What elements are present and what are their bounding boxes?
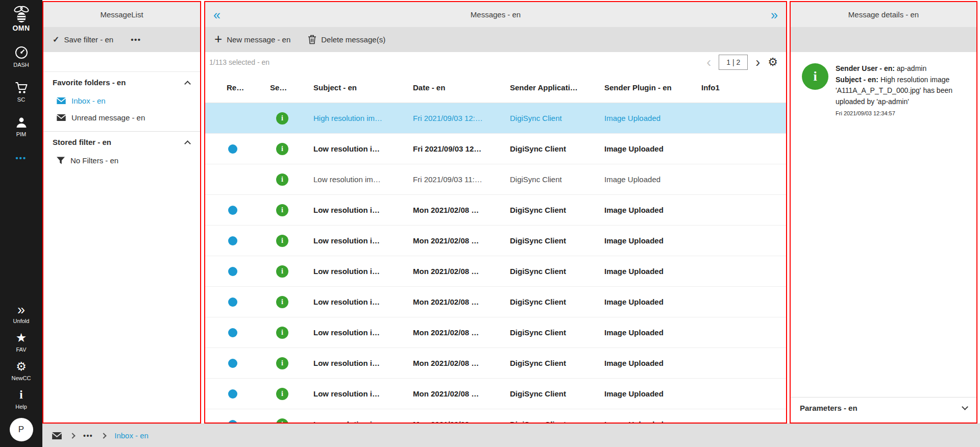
nav-label: FAV	[16, 346, 27, 353]
person-icon	[15, 116, 28, 129]
message-row[interactable]: i Low resolution i… Mon 2021/02/08 … Dig…	[205, 348, 786, 379]
breadcrumb-inbox-link[interactable]: Inbox - en	[114, 431, 149, 440]
sender-application-cell: DigiSync Client	[510, 114, 604, 122]
info-severity-icon: i	[276, 143, 288, 155]
panel-title: Message details - en	[848, 10, 919, 19]
save-filter-label: Save filter - en	[64, 35, 113, 44]
delete-message-button[interactable]: Delete message(s)	[308, 35, 385, 44]
stored-filter-item[interactable]: No Filters - en	[43, 152, 200, 169]
message-row[interactable]: i High resolution im… Fri 2021/09/03 12:…	[205, 103, 786, 134]
message-row[interactable]: i Low resolution i… Mon 2021/02/08 … Dig…	[205, 379, 786, 409]
details-text: Sender User - en: ap-admin Subject - en:…	[836, 63, 969, 118]
user-avatar[interactable]: P	[10, 418, 33, 441]
date-cell: Mon 2021/02/08 …	[413, 389, 510, 398]
subject-cell: Low resolution i…	[313, 389, 413, 398]
subject-cell: Low resolution i…	[313, 236, 413, 245]
column-header[interactable]: Re…	[222, 83, 270, 92]
message-row[interactable]: i Low resolution i… Mon 2021/02/08 … Dig…	[205, 195, 786, 226]
sender-plugin-cell: Image Uploaded	[604, 206, 701, 214]
parameters-label: Parameters - en	[800, 404, 857, 412]
next-page-icon[interactable]: ›	[755, 56, 760, 69]
sidebar-item-help[interactable]: i Help	[15, 389, 27, 410]
message-row[interactable]: i Low resolution i… Mon 2021/02/08 … Dig…	[205, 226, 786, 256]
double-chevron-right-icon: »	[17, 304, 25, 315]
date-cell: Mon 2021/02/08 …	[413, 297, 510, 306]
envelope-icon[interactable]	[52, 432, 62, 439]
subject-cell: Low resolution im…	[313, 175, 413, 184]
column-header[interactable]: Date - en	[413, 83, 510, 92]
subject-cell: High resolution im…	[313, 114, 413, 122]
date-cell: Mon 2021/02/08 …	[413, 267, 510, 276]
sidebar-item-pim[interactable]: PIM	[15, 116, 28, 137]
favorite-folders-section-header[interactable]: Favorite folders - en	[43, 72, 200, 92]
column-header[interactable]: Subject - en	[313, 83, 413, 92]
breadcrumb-ellipsis[interactable]: •••	[83, 432, 93, 440]
sender-application-cell: DigiSync Client	[510, 206, 604, 214]
unread-dot-icon	[228, 267, 237, 276]
pagination: ‹ 1 | 2 › ⚙	[706, 55, 778, 70]
prev-page-icon[interactable]: ‹	[706, 56, 711, 69]
envelope-icon	[57, 97, 66, 104]
shopping-cart-icon	[15, 82, 28, 94]
column-header[interactable]: Sender Applicati…	[510, 83, 604, 92]
delete-message-label: Delete message(s)	[321, 35, 385, 44]
date-cell: Fri 2021/09/03 11:…	[413, 175, 510, 184]
sender-application-cell: DigiSync Client	[510, 359, 604, 367]
info-severity-icon: i	[276, 296, 288, 308]
new-message-label: New message - en	[227, 35, 290, 44]
sender-application-cell: DigiSync Client	[510, 328, 604, 337]
sidebar-item-dash[interactable]: DASH	[13, 46, 29, 68]
message-row[interactable]: i Low resolution i… Fri 2021/09/03 12… D…	[205, 134, 786, 164]
severity-cell: i	[270, 112, 313, 125]
parameters-section-header[interactable]: Parameters - en	[791, 397, 976, 418]
message-row[interactable]: i Low resolution i… Mon 2021/02/08 … Dig…	[205, 409, 786, 423]
severity-cell: i	[270, 357, 313, 369]
message-row[interactable]: i Low resolution i… Mon 2021/02/08 … Dig…	[205, 256, 786, 287]
sidebar-item-sc[interactable]: SC	[15, 82, 28, 103]
details-panel-header: Message details - en	[791, 2, 976, 27]
stored-filter-list: No Filters - en	[43, 152, 200, 169]
sidebar-more-icon[interactable]: •••	[16, 154, 27, 162]
column-header[interactable]: Info1	[701, 83, 786, 92]
read-status-cell	[222, 328, 270, 337]
unread-dot-icon	[228, 389, 237, 399]
column-header[interactable]: Se…	[270, 83, 313, 92]
panels-area: MessageList ✓ Save filter - en ••• Favor…	[42, 0, 980, 424]
column-header[interactable]: Sender Plugin - en	[604, 83, 701, 92]
filter-more-options-button[interactable]: •••	[131, 35, 141, 44]
page-indicator-input[interactable]: 1 | 2	[719, 55, 748, 70]
folder-label: Inbox - en	[71, 96, 106, 105]
message-row[interactable]: i Low resolution i… Mon 2021/02/08 … Dig…	[205, 317, 786, 348]
collapse-left-icon[interactable]: «	[213, 8, 220, 21]
sender-plugin-cell: Image Uploaded	[604, 236, 701, 245]
stored-filter-section-header[interactable]: Stored filter - en	[43, 132, 200, 152]
details-content: i Sender User - en: ap-admin Subject - e…	[791, 52, 976, 397]
severity-cell: i	[270, 388, 313, 400]
folder-item[interactable]: Inbox - en	[43, 92, 200, 109]
sidebar-item-newcc[interactable]: ⚙ NewCC	[12, 360, 31, 381]
plus-icon: +	[214, 32, 222, 45]
table-settings-gear-icon[interactable]: ⚙	[768, 57, 778, 68]
message-list-panel: MessageList ✓ Save filter - en ••• Favor…	[42, 1, 201, 424]
read-status-cell	[222, 359, 270, 368]
expand-right-icon[interactable]: »	[771, 8, 778, 21]
message-row[interactable]: i Low resolution i… Mon 2021/02/08 … Dig…	[205, 287, 786, 317]
read-status-cell	[222, 206, 270, 215]
sidebar-item-unfold[interactable]: » Unfold	[13, 304, 30, 324]
omn-logo[interactable]: OMN	[12, 5, 31, 32]
folder-item[interactable]: Unread message - en	[43, 109, 200, 126]
read-status-cell	[222, 236, 270, 245]
sender-application-cell: DigiSync Client	[510, 420, 604, 423]
folders-area: Favorite folders - en Inbox - en	[43, 71, 200, 169]
new-message-button[interactable]: + New message - en	[214, 34, 290, 45]
sidebar-item-fav[interactable]: ★ FAV	[16, 332, 27, 353]
read-status-cell	[222, 297, 270, 307]
info-severity-icon-large: i	[802, 63, 828, 90]
info-severity-icon: i	[276, 204, 288, 216]
date-cell: Mon 2021/02/08 …	[413, 236, 510, 245]
unread-dot-icon	[228, 297, 237, 307]
save-filter-button[interactable]: ✓ Save filter - en	[53, 35, 113, 44]
message-list-panel-header: MessageList	[43, 2, 200, 27]
read-status-cell	[222, 389, 270, 399]
message-row[interactable]: i Low resolution im… Fri 2021/09/03 11:……	[205, 164, 786, 195]
